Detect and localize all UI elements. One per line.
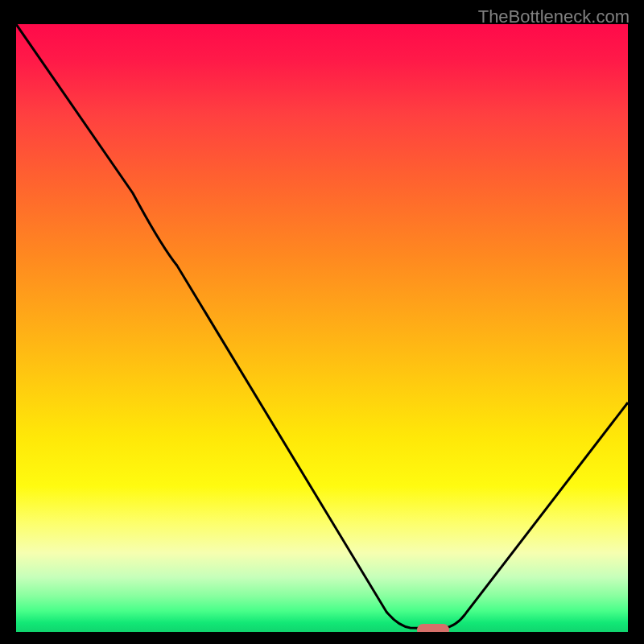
optimum-marker bbox=[417, 624, 449, 632]
bottleneck-curve bbox=[16, 24, 628, 632]
curve-path bbox=[16, 24, 628, 629]
plot-area bbox=[16, 24, 628, 632]
watermark-text: TheBottleneck.com bbox=[478, 6, 630, 27]
